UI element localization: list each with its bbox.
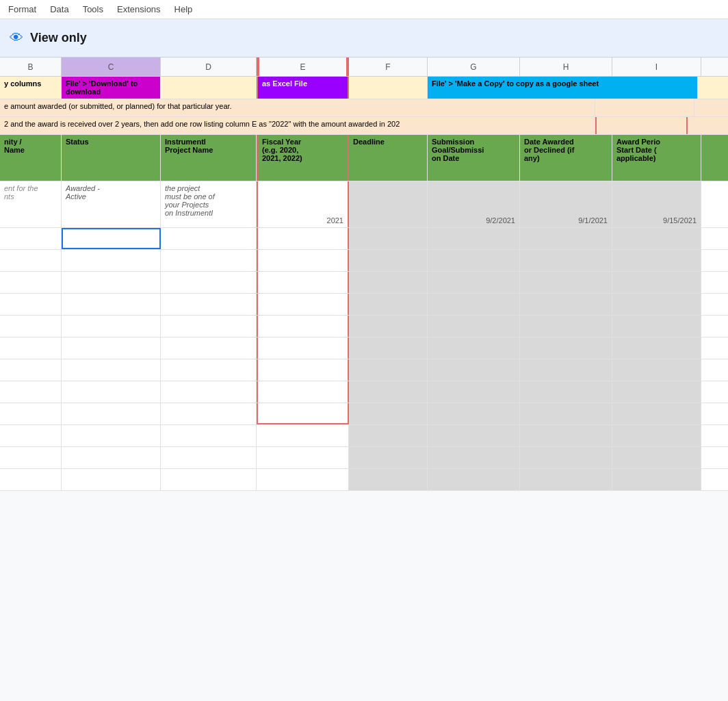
cell-e-3[interactable] — [595, 117, 688, 134]
cell-c-17[interactable] — [62, 469, 161, 490]
cell-h-8[interactable] — [520, 272, 612, 293]
cell-b-3[interactable]: 2 and the award is received over 2 years… — [0, 117, 595, 134]
menu-format[interactable]: Format — [8, 4, 36, 14]
cell-b-13[interactable] — [0, 381, 62, 403]
cell-h-6[interactable] — [520, 228, 612, 249]
cell-f-15[interactable] — [349, 425, 428, 446]
cell-c-14[interactable] — [62, 403, 161, 424]
cell-d-16[interactable] — [161, 447, 257, 468]
cell-g-7[interactable] — [428, 250, 520, 271]
cell-e-8[interactable] — [257, 272, 349, 293]
cell-d-7[interactable] — [161, 250, 257, 271]
cell-c-8[interactable] — [62, 272, 161, 293]
cell-c-16[interactable] — [62, 447, 161, 468]
cell-b-1[interactable]: y columns — [0, 77, 62, 99]
cell-i-17[interactable] — [612, 469, 701, 490]
cell-f-7[interactable] — [349, 250, 428, 271]
cell-d-1[interactable] — [161, 77, 257, 99]
cell-c-6-selected[interactable] — [62, 228, 161, 249]
cell-f-13[interactable] — [349, 381, 428, 403]
col-header-f[interactable]: F — [349, 58, 428, 76]
menu-tools[interactable]: Tools — [83, 4, 103, 14]
cell-h-14[interactable] — [520, 403, 612, 424]
cell-f-17[interactable] — [349, 469, 428, 490]
cell-h-16[interactable] — [520, 447, 612, 468]
cell-b-15[interactable] — [0, 425, 62, 446]
cell-d-data1[interactable]: the projectmust be one ofyour Projectson… — [161, 181, 257, 227]
cell-h-data1[interactable]: 9/1/2021 — [520, 181, 612, 227]
cell-e-6[interactable] — [257, 228, 349, 249]
cell-h-11[interactable] — [520, 337, 612, 359]
cell-d-8[interactable] — [161, 272, 257, 293]
cell-c-12[interactable] — [62, 359, 161, 381]
cell-e-15[interactable] — [257, 425, 349, 446]
cell-e-13[interactable] — [257, 381, 349, 403]
cell-h-7[interactable] — [520, 250, 612, 271]
cell-i-data1[interactable]: 9/15/2021 — [612, 181, 701, 227]
menu-help[interactable]: Help — [174, 4, 193, 14]
cell-h-9[interactable] — [520, 294, 612, 315]
cell-b-8[interactable] — [0, 272, 62, 293]
col-header-h[interactable]: H — [520, 58, 612, 76]
col-header-b[interactable]: B — [0, 58, 62, 76]
cell-i-16[interactable] — [612, 447, 701, 468]
cell-d-11[interactable] — [161, 337, 257, 359]
cell-i-9[interactable] — [612, 294, 701, 315]
cell-g-14[interactable] — [428, 403, 520, 424]
cell-b-17[interactable] — [0, 469, 62, 490]
cell-b-11[interactable] — [0, 337, 62, 359]
cell-e-header[interactable]: Fiscal Year(e.g. 2020,2021, 2022) — [257, 135, 349, 181]
cell-f-8[interactable] — [349, 272, 428, 293]
menu-extensions[interactable]: Extensions — [117, 4, 161, 14]
cell-i-12[interactable] — [612, 359, 701, 381]
cell-f-10[interactable] — [349, 316, 428, 337]
cell-g-6[interactable] — [428, 228, 520, 249]
cell-i-8[interactable] — [612, 272, 701, 293]
cell-e-1[interactable]: as Excel File — [257, 77, 349, 99]
cell-b-data1[interactable]: ent for thents — [0, 181, 62, 227]
col-header-d[interactable]: D — [161, 58, 257, 76]
cell-i-header[interactable]: Award PerioStart Date (applicable) — [612, 135, 701, 181]
col-header-i[interactable]: I — [612, 58, 701, 76]
cell-e-11[interactable] — [257, 337, 349, 359]
cell-f-16[interactable] — [349, 447, 428, 468]
cell-c-13[interactable] — [62, 381, 161, 403]
cell-h-13[interactable] — [520, 381, 612, 403]
cell-d-17[interactable] — [161, 469, 257, 490]
cell-e-data1[interactable]: 2021 — [257, 181, 349, 227]
cell-h-12[interactable] — [520, 359, 612, 381]
cell-c-header[interactable]: Status — [62, 135, 161, 181]
cell-g-9[interactable] — [428, 294, 520, 315]
cell-c-data1[interactable]: Awarded -Active — [62, 181, 161, 227]
cell-b-9[interactable] — [0, 294, 62, 315]
cell-d-9[interactable] — [161, 294, 257, 315]
cell-c-15[interactable] — [62, 425, 161, 446]
cell-c-10[interactable] — [62, 316, 161, 337]
cell-e-14[interactable] — [257, 403, 349, 424]
cell-g-header[interactable]: SubmissionGoal/Submission Date — [428, 135, 520, 181]
cell-e-17[interactable] — [257, 469, 349, 490]
cell-b-14[interactable] — [0, 403, 62, 424]
cell-d-10[interactable] — [161, 316, 257, 337]
cell-b-16[interactable] — [0, 447, 62, 468]
cell-g-8[interactable] — [428, 272, 520, 293]
cell-c-9[interactable] — [62, 294, 161, 315]
cell-f-header[interactable]: Deadline — [349, 135, 428, 181]
cell-g-13[interactable] — [428, 381, 520, 403]
cell-b-6[interactable] — [0, 228, 62, 249]
cell-g-16[interactable] — [428, 447, 520, 468]
cell-i-10[interactable] — [612, 316, 701, 337]
col-header-g[interactable]: G — [428, 58, 520, 76]
cell-c-1[interactable]: File' > 'Download' to download — [62, 77, 161, 99]
cell-i-7[interactable] — [612, 250, 701, 271]
cell-h-header[interactable]: Date Awardedor Declined (ifany) — [520, 135, 612, 181]
cell-b-10[interactable] — [0, 316, 62, 337]
cell-b-7[interactable] — [0, 250, 62, 271]
cell-h-17[interactable] — [520, 469, 612, 490]
cell-i-15[interactable] — [612, 425, 701, 446]
cell-d-14[interactable] — [161, 403, 257, 424]
cell-b-2[interactable]: e amount awarded (or submitted, or plann… — [0, 99, 595, 116]
menu-data[interactable]: Data — [50, 4, 68, 14]
cell-h-10[interactable] — [520, 316, 612, 337]
cell-f-11[interactable] — [349, 337, 428, 359]
